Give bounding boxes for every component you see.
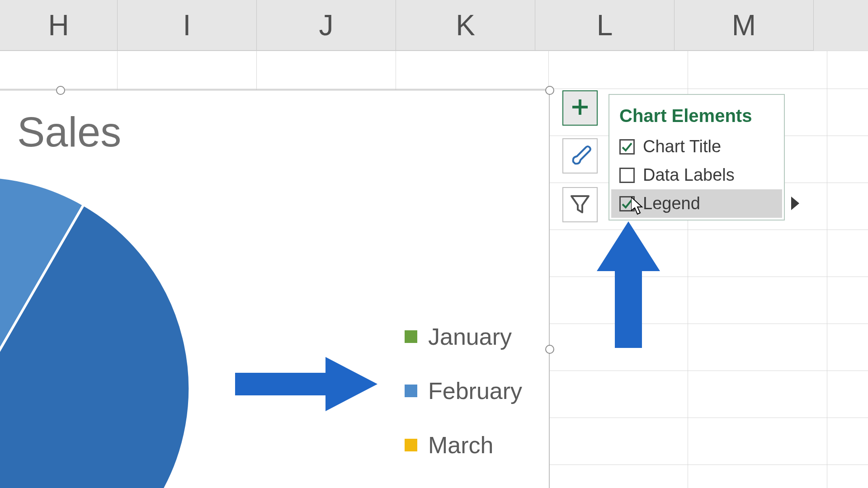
svg-marker-4 [235, 357, 377, 411]
column-header[interactable]: H [0, 0, 118, 51]
option-label: Chart Title [643, 137, 721, 156]
checkbox-icon[interactable] [619, 196, 635, 211]
annotation-arrow-up-icon [597, 221, 660, 350]
legend-label: March [428, 432, 493, 459]
selection-handle[interactable] [545, 345, 554, 354]
popover-title: Chart Elements [609, 103, 784, 132]
legend-swatch [405, 385, 417, 397]
column-header[interactable]: M [675, 0, 814, 51]
chart-title[interactable]: Sales [17, 108, 121, 156]
column-header[interactable]: L [535, 0, 675, 51]
option-label: Data Labels [643, 165, 735, 185]
option-label: Legend [643, 194, 700, 213]
brush-icon [569, 144, 591, 168]
legend-swatch [405, 439, 417, 451]
annotation-arrow-right-icon [235, 352, 380, 418]
legend-swatch [405, 330, 417, 343]
chart-elements-option-legend[interactable]: Legend [611, 189, 782, 218]
legend-item[interactable]: March [405, 432, 522, 459]
selection-handle[interactable] [56, 86, 65, 95]
plus-icon [570, 97, 590, 119]
chart-legend[interactable]: January February March [405, 323, 522, 459]
checkbox-icon[interactable] [619, 139, 635, 155]
column-header-row: H I J K L M [0, 0, 868, 51]
pie-chart[interactable] [0, 176, 190, 488]
legend-label: January [428, 323, 512, 350]
legend-label: February [428, 377, 522, 404]
column-header[interactable]: I [118, 0, 257, 51]
chart-elements-popover: Chart Elements Chart Title Data Labels L… [609, 94, 785, 221]
chart-filters-button[interactable] [562, 187, 598, 222]
column-header[interactable]: K [396, 0, 535, 51]
svg-marker-5 [597, 221, 660, 348]
column-header[interactable]: J [257, 0, 396, 51]
legend-item[interactable]: January [405, 323, 522, 350]
svg-marker-2 [791, 197, 799, 210]
funnel-icon [569, 192, 591, 217]
checkbox-icon[interactable] [619, 168, 635, 183]
chart-styles-button[interactable] [562, 138, 598, 174]
chart-elements-button[interactable] [562, 90, 598, 126]
selection-handle[interactable] [545, 86, 554, 95]
legend-item[interactable]: February [405, 377, 522, 404]
chart-elements-option-chart-title[interactable]: Chart Title [609, 132, 784, 161]
chart-elements-option-data-labels[interactable]: Data Labels [609, 161, 784, 189]
chevron-right-icon[interactable] [791, 195, 801, 214]
